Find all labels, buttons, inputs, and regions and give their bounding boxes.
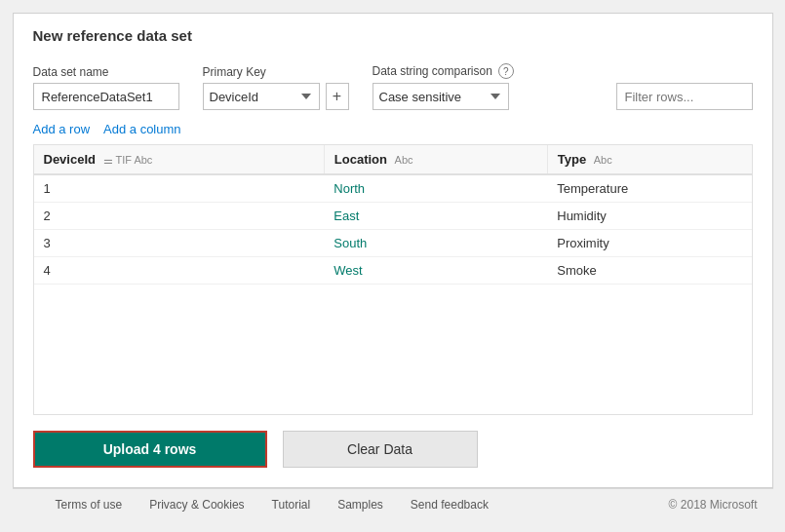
cell-deviceid: 1: [34, 174, 325, 203]
data-table-wrapper: DeviceId ⚌ TIF Abc Location Abc Type Abc: [33, 144, 753, 415]
footer: Terms of use Privacy & Cookies Tutorial …: [13, 488, 773, 519]
dialog-title: New reference data set: [14, 14, 772, 54]
table-row: 2 East Humidity: [34, 203, 752, 230]
help-icon: ?: [498, 63, 514, 79]
add-row-link[interactable]: Add a row: [33, 122, 91, 136]
cell-deviceid: 2: [34, 203, 325, 230]
filter-rows-input[interactable]: [616, 83, 753, 110]
upload-rows-button[interactable]: Upload 4 rows: [33, 431, 267, 468]
table-row: 4 West Smoke: [34, 257, 752, 285]
clear-data-button[interactable]: Clear Data: [283, 431, 478, 468]
cell-location: East: [324, 203, 547, 230]
footer-terms-link[interactable]: Terms of use: [56, 498, 123, 512]
col-header-location: Location Abc: [324, 145, 547, 174]
add-primary-key-button[interactable]: +: [326, 83, 349, 110]
dataset-name-input[interactable]: [33, 83, 179, 110]
footer-privacy-link[interactable]: Privacy & Cookies: [149, 498, 244, 512]
data-comparison-select[interactable]: Case sensitive Case insensitive: [373, 83, 509, 110]
data-comparison-label: Data string comparison: [373, 64, 492, 78]
cell-type: Proximity: [547, 230, 751, 257]
cell-location: West: [324, 257, 547, 285]
footer-copyright: © 2018 Microsoft: [669, 498, 773, 512]
table-row: 1 North Temperature: [34, 174, 752, 203]
cell-deviceid: 3: [34, 230, 325, 257]
primary-key-label: Primary Key: [203, 65, 349, 79]
footer-samples-link[interactable]: Samples: [337, 498, 383, 512]
cell-type: Temperature: [547, 174, 751, 203]
cell-type: Smoke: [547, 257, 751, 285]
dataset-name-label: Data set name: [33, 65, 179, 79]
col-header-deviceid: DeviceId ⚌ TIF Abc: [34, 145, 325, 174]
data-table: DeviceId ⚌ TIF Abc Location Abc Type Abc: [34, 145, 752, 285]
add-column-link[interactable]: Add a column: [103, 122, 181, 136]
table-row: 3 South Proximity: [34, 230, 752, 257]
footer-feedback-link[interactable]: Send feedback: [411, 498, 489, 512]
cell-location: North: [324, 174, 547, 203]
cell-location: South: [324, 230, 547, 257]
footer-tutorial-link[interactable]: Tutorial: [272, 498, 311, 512]
cell-type: Humidity: [547, 203, 751, 230]
cell-deviceid: 4: [34, 257, 325, 285]
col-header-type: Type Abc: [547, 145, 751, 174]
primary-key-select[interactable]: DeviceId: [203, 83, 320, 110]
